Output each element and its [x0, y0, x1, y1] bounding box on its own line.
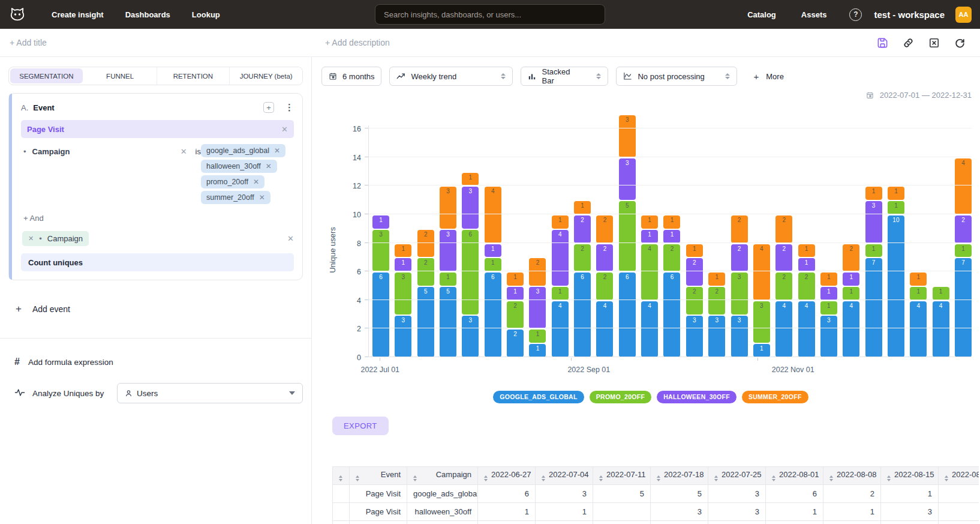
bar-segment-google_ads_global[interactable]: 6: [663, 273, 680, 357]
bar-segment-promo_20off[interactable]: 3: [395, 273, 411, 314]
sort-icon[interactable]: [542, 475, 545, 481]
bar-segment-google_ads_global[interactable]: 7: [865, 258, 882, 357]
bar-segment-halloween_30off[interactable]: 3: [440, 230, 456, 271]
chart-type-select[interactable]: Stacked Bar: [521, 67, 608, 86]
sort-icon[interactable]: [356, 475, 359, 481]
bar-segment-google_ads_global[interactable]: 2: [507, 330, 524, 357]
analyze-by-select[interactable]: Users: [117, 383, 303, 403]
bar-segment-summer_20off[interactable]: 1: [507, 273, 524, 286]
bar-segment-summer_20off[interactable]: 3: [440, 187, 456, 228]
column-header-2022-07-04[interactable]: 2022-07-04: [536, 466, 593, 484]
add-formula-button[interactable]: # Add formula expression: [8, 357, 303, 367]
bar-segment-promo_20off[interactable]: 1: [955, 244, 972, 257]
bar-segment-google_ads_global[interactable]: 4: [596, 301, 613, 357]
bar-segment-promo_20off[interactable]: 1: [888, 201, 904, 214]
bar-segment-promo_20off[interactable]: 1: [910, 287, 927, 300]
tab-segmentation[interactable]: SEGMENTATION: [10, 68, 83, 83]
column-header-2022-08-15[interactable]: 2022-08-15: [881, 466, 939, 484]
remove-event-icon[interactable]: ✕: [281, 125, 288, 134]
sort-icon[interactable]: [339, 475, 342, 481]
breakdown-chip[interactable]: ✕ • Campaign: [22, 231, 89, 246]
more-button[interactable]: + More: [753, 71, 783, 82]
add-and-condition[interactable]: + And: [21, 214, 294, 223]
share-link-icon[interactable]: [903, 37, 914, 49]
add-description-field[interactable]: + Add description: [325, 38, 390, 47]
bar-segment-google_ads_global[interactable]: 6: [619, 273, 636, 357]
bar-segment-promo_20off[interactable]: 2: [798, 273, 815, 300]
help-icon[interactable]: ?: [849, 8, 862, 21]
bar-segment-promo_20off[interactable]: 1: [843, 287, 859, 300]
bar-segment-promo_20off[interactable]: 1: [820, 301, 837, 315]
bar-segment-google_ads_global[interactable]: 10: [888, 215, 904, 357]
date-range-button[interactable]: 6 months: [321, 67, 381, 86]
bar-segment-halloween_30off[interactable]: 1: [641, 230, 658, 243]
bar-segment-summer_20off[interactable]: 1: [820, 273, 837, 286]
legend-pill-promo_20off[interactable]: PROMO_20OFF: [590, 391, 651, 403]
sort-icon[interactable]: [413, 475, 417, 481]
bar-segment-summer_20off[interactable]: 4: [485, 187, 501, 242]
remove-chip-icon[interactable]: ✕: [259, 193, 265, 202]
refresh-icon[interactable]: [954, 37, 966, 49]
bar-segment-halloween_30off[interactable]: 1: [485, 244, 501, 257]
duplicate-event-icon[interactable]: +: [263, 102, 274, 113]
bar-segment-promo_20off[interactable]: 1: [440, 273, 456, 286]
workspace-name[interactable]: test - workspace: [874, 10, 945, 20]
bar-segment-summer_20off[interactable]: 2: [775, 215, 792, 243]
tab-retention[interactable]: RETENTION: [157, 67, 230, 85]
sort-icon[interactable]: [772, 475, 775, 481]
legend-pill-google_ads_global[interactable]: GOOGLE_ADS_GLOBAL: [493, 391, 584, 403]
bar-segment-google_ads_global[interactable]: 4: [798, 301, 815, 357]
column-header-2022-08-01[interactable]: 2022-08-01: [766, 466, 823, 484]
filter-value-chip[interactable]: summer_20off✕: [201, 191, 270, 204]
legend-pill-summer_20off[interactable]: SUMMER_20OFF: [742, 391, 808, 403]
event-select[interactable]: Page Visit ✕: [21, 120, 294, 138]
bar-segment-summer_20off[interactable]: 1: [686, 244, 703, 257]
bar-segment-promo_20off[interactable]: 2: [686, 287, 703, 315]
bar-segment-halloween_30off[interactable]: 1: [663, 230, 680, 243]
post-processing-select[interactable]: No post processing: [616, 67, 737, 86]
nav-dashboards[interactable]: Dashboards: [115, 5, 181, 24]
remove-chip-icon[interactable]: ✕: [274, 146, 280, 155]
bar-segment-promo_20off[interactable]: 2: [574, 244, 591, 272]
filter-value-chip[interactable]: promo_20off✕: [201, 175, 264, 188]
nav-assets[interactable]: Assets: [790, 5, 838, 24]
sort-icon[interactable]: [829, 475, 833, 481]
bar-segment-halloween_30off[interactable]: 1: [843, 273, 859, 286]
bar-segment-halloween_30off[interactable]: 3: [462, 187, 479, 228]
column-header-2022-07-25[interactable]: 2022-07-25: [708, 466, 766, 484]
bar-segment-halloween_30off[interactable]: 1: [372, 215, 389, 229]
bar-segment-summer_20off[interactable]: 1: [641, 215, 658, 229]
filter-property[interactable]: Campaign: [32, 147, 175, 156]
sort-icon[interactable]: [484, 475, 488, 481]
bar-segment-summer_20off[interactable]: 2: [596, 215, 613, 243]
bar-segment-halloween_30off[interactable]: 3: [619, 158, 636, 200]
bar-segment-promo_20off[interactable]: 2: [708, 287, 725, 315]
bar-segment-summer_20off[interactable]: 1: [888, 187, 904, 200]
bar-segment-summer_20off[interactable]: 2: [529, 258, 546, 286]
column-header-2022-08-22[interactable]: 2022-08-22: [939, 466, 979, 484]
event-menu-icon[interactable]: ⋮: [285, 102, 294, 113]
nav-lookup[interactable]: Lookup: [181, 5, 231, 24]
bar-segment-promo_20off[interactable]: 3: [372, 230, 389, 271]
bar-segment-promo_20off[interactable]: 2: [596, 273, 613, 300]
bar-segment-google_ads_global[interactable]: 3: [462, 316, 479, 357]
bar-segment-google_ads_global[interactable]: 6: [485, 273, 501, 357]
tab-funnel[interactable]: FUNNEL: [84, 67, 157, 85]
bar-segment-google_ads_global[interactable]: 3: [820, 316, 837, 357]
bar-segment-halloween_30off[interactable]: 1: [820, 287, 837, 300]
nav-catalog[interactable]: Catalog: [736, 5, 787, 24]
bar-segment-google_ads_global[interactable]: 5: [417, 287, 434, 357]
aggregation-select[interactable]: Count uniques: [21, 253, 294, 271]
tab-journey-beta-[interactable]: JOURNEY (beta): [230, 67, 302, 85]
clear-chart-icon[interactable]: [928, 37, 940, 49]
bar-segment-halloween_30off[interactable]: 2: [574, 215, 591, 243]
sort-icon[interactable]: [714, 475, 718, 481]
export-button[interactable]: EXPORT: [332, 417, 389, 435]
bar-segment-summer_20off[interactable]: 1: [663, 215, 680, 229]
filter-value-chip[interactable]: halloween_30off✕: [201, 160, 277, 173]
column-header-2022-07-18[interactable]: 2022-07-18: [651, 466, 708, 484]
bar-segment-summer_20off[interactable]: 1: [708, 273, 725, 286]
bar-segment-halloween_30off[interactable]: 4: [552, 230, 569, 286]
bar-segment-promo_20off[interactable]: 2: [417, 258, 434, 286]
user-avatar[interactable]: AA: [955, 7, 972, 23]
